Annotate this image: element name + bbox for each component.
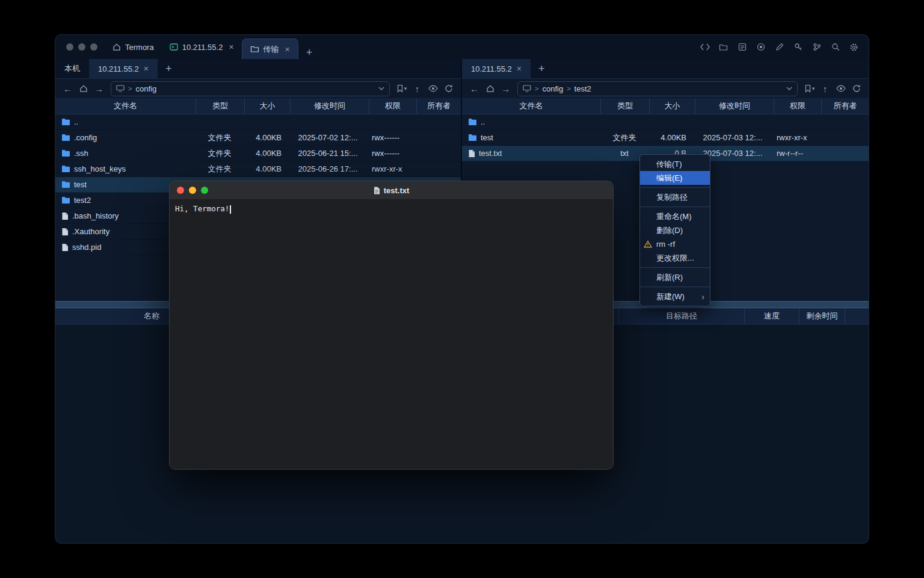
table-row[interactable]: test 文件夹 4.00KB 2025-07-03 12:... rwxr-x… [462,130,869,146]
minimize-window-button[interactable] [78,43,85,51]
event-log-icon[interactable] [735,40,750,55]
left-pane-tab-bar: 本机 10.211.55.2 × + [55,59,461,79]
folder-icon[interactable] [716,40,731,55]
maximize-window-button[interactable] [90,43,97,51]
column-header-size[interactable]: 大小 [650,98,695,114]
menu-item-new[interactable]: 新建(W) › [640,290,710,303]
menu-item-delete[interactable]: 删除(D) [640,223,710,237]
column-header-perm[interactable]: 权限 [369,98,417,114]
close-window-button[interactable] [177,187,184,194]
column-header-owner[interactable]: 所有者 [417,98,461,114]
menu-item-rm-rf[interactable]: rm -rf [640,237,710,251]
key-icon[interactable] [790,40,805,55]
table-row[interactable]: .config 文件夹 4.00KB 2025-07-02 12:... rwx… [55,130,461,146]
tab-termora[interactable]: Termora [105,35,162,59]
chevron-down-icon[interactable] [786,87,792,90]
settings-icon[interactable] [846,40,861,55]
column-header-name[interactable]: 文件名 [55,98,196,114]
minimize-window-button[interactable] [189,187,196,194]
back-icon[interactable]: ← [467,81,482,96]
home-icon[interactable] [482,81,497,96]
tab-transfer[interactable]: 传输 × [242,39,298,59]
file-icon [61,212,69,220]
app-tab-bar: Termora 10.211.55.2 × 传输 × + [105,35,320,59]
column-header-owner[interactable]: 所有者 [822,98,869,114]
path-segment[interactable]: config [542,84,563,93]
column-header-modified[interactable]: 修改时间 [695,98,774,114]
column-header-type[interactable]: 类型 [196,98,245,114]
path-segment[interactable]: config [135,84,156,93]
transfer-column-remaining[interactable]: 剩余时间 [799,308,845,324]
path-separator: > [567,85,570,92]
tab-label: 10.211.55.2 [182,43,223,52]
back-icon[interactable]: ← [60,81,75,96]
left-toolbar: ← → > config [55,79,461,98]
new-tab-button[interactable]: + [298,46,321,59]
column-header-perm[interactable]: 权限 [774,98,822,114]
table-row[interactable]: .. [55,114,461,130]
close-tab-icon[interactable]: × [517,64,522,73]
left-tab-host[interactable]: 10.211.55.2 × [89,59,158,78]
file-icon [468,149,475,158]
titlebar: Termora 10.211.55.2 × 传输 × + [55,35,869,59]
menu-item-transfer[interactable]: 传输(T) [640,157,710,171]
parent-directory-icon[interactable]: ↑ [818,81,833,96]
menu-item-rename[interactable]: 重命名(M) [640,210,710,223]
right-tab-host[interactable]: 10.211.55.2 × [462,59,531,78]
transfer-column-speed[interactable]: 速度 [745,308,799,324]
column-header-name[interactable]: 文件名 [462,98,601,114]
menu-item-refresh[interactable]: 刷新(R) [640,270,710,284]
transfer-column-tail [845,308,869,324]
menu-separator [640,267,710,268]
close-tab-icon[interactable]: × [144,64,149,73]
forward-icon[interactable]: → [91,81,106,96]
chevron-down-icon: ▾ [404,85,407,92]
column-header-size[interactable]: 大小 [245,98,291,114]
code-icon[interactable] [697,40,712,55]
close-tab-icon[interactable]: × [285,45,290,54]
left-path-input[interactable]: > config [111,81,390,96]
column-header-type[interactable]: 类型 [601,98,650,114]
forward-icon[interactable]: → [498,81,513,96]
show-hidden-eye-icon[interactable] [425,81,440,96]
close-tab-icon[interactable]: × [229,43,233,51]
search-icon[interactable] [828,40,843,55]
file-name: test [74,180,87,189]
column-header-modified[interactable]: 修改时间 [291,98,369,114]
record-icon[interactable] [753,40,768,55]
editor-content[interactable]: Hi, Termora! [170,200,613,469]
right-path-input[interactable]: > config > test2 [517,81,798,96]
table-header: 文件名 类型 大小 修改时间 权限 所有者 [462,98,869,114]
left-tab-local[interactable]: 本机 [55,59,89,78]
path-segment[interactable]: test2 [574,84,591,93]
editor-titlebar: test.txt [170,181,613,200]
tab-label: 本机 [64,63,80,74]
parent-directory-icon[interactable]: ↑ [410,81,425,96]
home-icon[interactable] [76,81,91,96]
close-window-button[interactable] [66,43,73,51]
file-name: .ssh [74,149,88,158]
table-row[interactable]: ssh_host_keys 文件夹 4.00KB 2025-06-26 17:.… [55,161,461,177]
tab-host[interactable]: 10.211.55.2 × [162,35,242,59]
transfer-column-target[interactable]: 目标路径 [619,308,745,324]
chevron-down-icon[interactable] [378,87,384,90]
bookmark-button[interactable]: ▾ [802,81,817,96]
branch-icon[interactable] [809,40,824,55]
editor-window-controls[interactable] [170,187,208,194]
table-row[interactable]: .. [462,114,869,130]
menu-separator [640,187,710,188]
edit-icon[interactable] [772,40,787,55]
left-new-tab-button[interactable]: + [158,59,180,78]
file-name: sshd.pid [72,243,101,252]
show-hidden-eye-icon[interactable] [833,81,848,96]
bookmark-button[interactable]: ▾ [394,81,409,96]
menu-item-copy-path[interactable]: 复制路径 [640,190,710,204]
window-controls[interactable] [55,35,105,59]
right-new-tab-button[interactable]: + [531,59,553,78]
menu-item-chmod[interactable]: 更改权限... [640,251,710,265]
refresh-icon[interactable] [441,81,456,96]
maximize-window-button[interactable] [201,187,208,194]
table-row[interactable]: .ssh 文件夹 4.00KB 2025-06-21 15:... rwx---… [55,146,461,161]
refresh-icon[interactable] [849,81,864,96]
menu-item-edit[interactable]: 编辑(E) [640,171,710,185]
